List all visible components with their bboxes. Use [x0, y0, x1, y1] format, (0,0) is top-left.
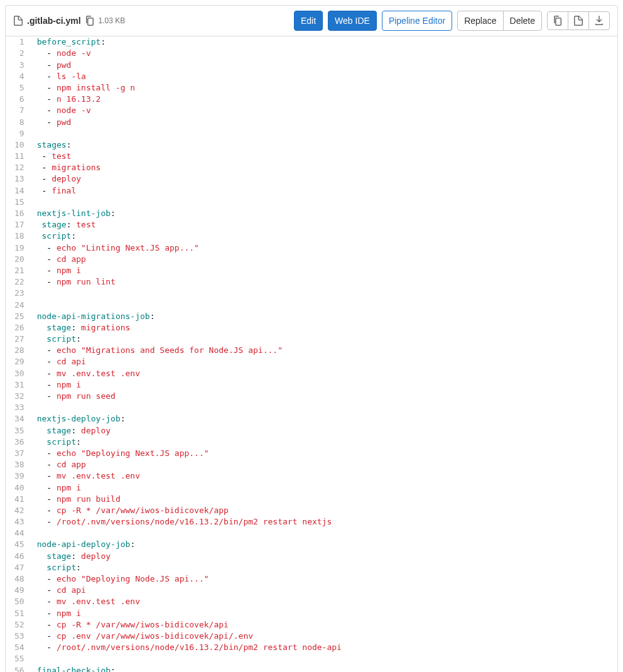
delete-button[interactable]: Delete — [503, 11, 542, 31]
line-number[interactable]: 47 — [6, 562, 31, 573]
line-number[interactable]: 46 — [6, 551, 31, 562]
replace-button[interactable]: Replace — [457, 11, 503, 31]
line-number[interactable]: 49 — [6, 585, 31, 596]
code-content: - npm run seed — [31, 391, 617, 402]
pipeline-editor-button[interactable]: Pipeline Editor — [382, 11, 452, 31]
line-number[interactable]: 52 — [6, 619, 31, 631]
code-line: 27 script: — [6, 333, 617, 345]
code-content: - deploy — [31, 173, 617, 185]
line-number[interactable]: 45 — [6, 539, 31, 550]
code-line: 19 - echo "Linting Next.JS app..." — [6, 242, 617, 254]
line-number[interactable]: 50 — [6, 596, 31, 607]
line-number[interactable]: 33 — [6, 402, 31, 413]
line-number[interactable]: 54 — [6, 642, 31, 653]
line-number[interactable]: 36 — [6, 436, 31, 448]
line-number[interactable]: 7 — [6, 105, 31, 116]
line-number[interactable]: 34 — [6, 413, 31, 425]
line-number[interactable]: 27 — [6, 333, 31, 345]
code-line: 16nextjs-lint-job: — [6, 208, 617, 219]
code-content: - cd app — [31, 459, 617, 470]
line-number[interactable]: 32 — [6, 391, 31, 402]
web-ide-button[interactable]: Web IDE — [328, 11, 377, 31]
code-line: 21 - npm i — [6, 265, 617, 276]
code-line: 11 - test — [6, 151, 617, 162]
code-line: 52 - cp -R * /var/www/iwos-bidicovek/api — [6, 619, 617, 631]
line-number[interactable]: 39 — [6, 470, 31, 482]
code-table: 1before_script:2 - node -v3 - pwd4 - ls … — [6, 36, 617, 672]
code-line: 53 - cp .env /var/www/iwos-bidicovek/api… — [6, 631, 617, 642]
code-content — [31, 528, 617, 539]
code-content: - cd app — [31, 254, 617, 265]
line-number[interactable]: 25 — [6, 311, 31, 322]
line-number[interactable]: 19 — [6, 242, 31, 254]
code-content: - npm i — [31, 482, 617, 494]
line-number[interactable]: 56 — [6, 665, 31, 673]
copy-path-button[interactable] — [85, 16, 95, 26]
code-content: stages: — [31, 139, 617, 151]
line-number[interactable]: 31 — [6, 379, 31, 391]
line-number[interactable]: 12 — [6, 162, 31, 173]
line-number[interactable]: 26 — [6, 322, 31, 333]
line-number[interactable]: 43 — [6, 516, 31, 528]
code-content: - npm install -g n — [31, 82, 617, 94]
code-line: 8 - pwd — [6, 117, 617, 128]
line-number[interactable]: 22 — [6, 276, 31, 288]
line-number[interactable]: 40 — [6, 482, 31, 494]
line-number[interactable]: 21 — [6, 265, 31, 276]
replace-delete-group: Replace Delete — [457, 11, 542, 31]
line-number[interactable]: 4 — [6, 71, 31, 82]
line-number[interactable]: 3 — [6, 60, 31, 71]
line-number[interactable]: 41 — [6, 494, 31, 505]
line-number[interactable]: 42 — [6, 505, 31, 516]
line-number[interactable]: 30 — [6, 368, 31, 379]
line-number[interactable]: 5 — [6, 82, 31, 94]
code-content: script: — [31, 562, 617, 573]
line-number[interactable]: 28 — [6, 345, 31, 356]
copy-contents-button[interactable] — [547, 11, 568, 30]
code-line: 6 - n 16.13.2 — [6, 94, 617, 105]
filesize: 1.03 KB — [99, 16, 126, 25]
code-line: 34nextjs-deploy-job: — [6, 413, 617, 425]
line-number[interactable]: 23 — [6, 288, 31, 299]
line-number[interactable]: 24 — [6, 300, 31, 311]
line-number[interactable]: 17 — [6, 219, 31, 230]
code-content: stage: migrations — [31, 322, 617, 333]
line-number[interactable]: 20 — [6, 254, 31, 265]
code-content — [31, 402, 617, 413]
download-button[interactable] — [588, 11, 610, 30]
code-content: before_script: — [31, 36, 617, 48]
code-content — [31, 288, 617, 299]
line-number[interactable]: 48 — [6, 573, 31, 585]
code-content: - pwd — [31, 117, 617, 128]
line-number[interactable]: 9 — [6, 128, 31, 139]
code-content: - echo "Deploying Next.JS app..." — [31, 448, 617, 459]
code-line: 4 - ls -la — [6, 71, 617, 82]
line-number[interactable]: 44 — [6, 528, 31, 539]
line-number[interactable]: 29 — [6, 356, 31, 367]
filename: .gitlab-ci.yml — [27, 16, 81, 26]
line-number[interactable]: 37 — [6, 448, 31, 459]
line-number[interactable]: 11 — [6, 151, 31, 162]
line-number[interactable]: 1 — [6, 36, 31, 48]
edit-button[interactable]: Edit — [294, 11, 323, 31]
line-number[interactable]: 51 — [6, 608, 31, 619]
code-content: - node -v — [31, 105, 617, 116]
line-number[interactable]: 14 — [6, 185, 31, 197]
line-number[interactable]: 53 — [6, 631, 31, 642]
line-number[interactable]: 18 — [6, 230, 31, 242]
line-number[interactable]: 13 — [6, 173, 31, 185]
line-number[interactable]: 16 — [6, 208, 31, 219]
code-line: 23 — [6, 288, 617, 299]
raw-button[interactable] — [568, 11, 589, 30]
line-number[interactable]: 8 — [6, 117, 31, 128]
code-line: 50 - mv .env.test .env — [6, 596, 617, 607]
line-number[interactable]: 2 — [6, 48, 31, 59]
line-number[interactable]: 15 — [6, 197, 31, 208]
line-number[interactable]: 10 — [6, 139, 31, 151]
line-number[interactable]: 55 — [6, 653, 31, 664]
line-number[interactable]: 6 — [6, 94, 31, 105]
code-line: 49 - cd api — [6, 585, 617, 596]
code-content: final-check-job: — [31, 665, 617, 673]
line-number[interactable]: 35 — [6, 425, 31, 436]
line-number[interactable]: 38 — [6, 459, 31, 470]
